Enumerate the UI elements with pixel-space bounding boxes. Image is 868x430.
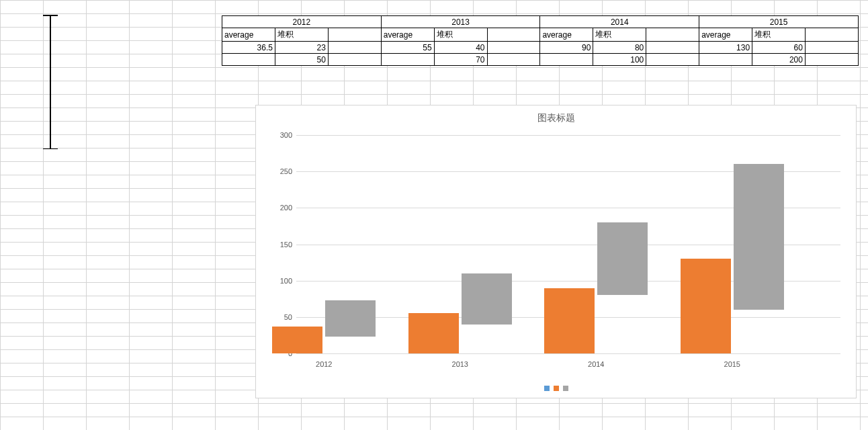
cell-empty[interactable] xyxy=(805,54,858,66)
x-tick-label: 2014 xyxy=(588,360,604,368)
data-table[interactable]: 2012 2013 2014 2015 average 堆积 average 堆… xyxy=(222,15,859,66)
table-row: average 堆积 average 堆积 average 堆积 average… xyxy=(222,28,859,42)
cell-value[interactable]: 70 xyxy=(434,54,487,66)
cell-empty[interactable] xyxy=(646,28,699,42)
year-header[interactable]: 2012 xyxy=(222,16,382,28)
cell-value[interactable]: 60 xyxy=(752,42,806,54)
cell-empty[interactable] xyxy=(540,54,593,66)
cell-empty[interactable] xyxy=(805,28,858,42)
y-tick-label: 200 xyxy=(280,204,292,212)
chart-gridline xyxy=(296,135,840,136)
table-row: 36.5 23 55 40 90 80 130 60 xyxy=(222,42,859,54)
cell-empty[interactable] xyxy=(487,28,540,42)
cell-empty[interactable] xyxy=(487,54,540,66)
y-tick-label: 150 xyxy=(280,241,292,249)
cell-value[interactable]: 36.5 xyxy=(222,42,275,54)
table-row: 50 70 100 200 xyxy=(222,54,859,66)
cell-empty[interactable] xyxy=(222,54,275,66)
chart-legend xyxy=(544,386,568,391)
chart[interactable]: 图表标题 0501001502002503002012201320142015 xyxy=(255,105,857,398)
cell-value[interactable]: 200 xyxy=(752,54,806,66)
table-row: 2012 2013 2014 2015 xyxy=(222,16,859,28)
chart-plot-area: 0501001502002503002012201320142015 xyxy=(296,135,840,353)
bar-stack xyxy=(462,273,512,325)
col-label-average[interactable]: average xyxy=(699,28,752,42)
year-header[interactable]: 2013 xyxy=(381,16,540,28)
cell-value[interactable]: 100 xyxy=(593,54,646,66)
x-tick-label: 2015 xyxy=(724,360,740,368)
year-header[interactable]: 2015 xyxy=(699,16,859,28)
bar-stack xyxy=(597,222,648,295)
y-tick-label: 50 xyxy=(284,313,292,321)
cell-value[interactable]: 50 xyxy=(275,54,328,66)
bar-average xyxy=(544,288,595,354)
cell-empty[interactable] xyxy=(646,42,699,54)
x-tick-label: 2013 xyxy=(452,360,468,368)
col-label-average[interactable]: average xyxy=(381,28,434,42)
cell-value[interactable]: 90 xyxy=(540,42,593,54)
cell-empty[interactable] xyxy=(328,42,381,54)
cell-empty[interactable] xyxy=(328,54,381,66)
col-label-stack[interactable]: 堆积 xyxy=(275,28,328,42)
legend-swatch-gray xyxy=(563,386,568,391)
bar-average xyxy=(408,313,459,353)
col-label-stack[interactable]: 堆积 xyxy=(434,28,487,42)
legend-swatch-blue xyxy=(544,386,550,391)
cell-value[interactable]: 55 xyxy=(381,42,434,54)
cell-empty[interactable] xyxy=(805,42,858,54)
col-label-average[interactable]: average xyxy=(222,28,275,42)
col-label-stack[interactable]: 堆积 xyxy=(752,28,806,42)
y-tick-label: 100 xyxy=(280,277,292,285)
year-header[interactable]: 2014 xyxy=(540,16,699,28)
drawing-i-beam xyxy=(46,15,55,149)
col-label-stack[interactable]: 堆积 xyxy=(593,28,646,42)
bar-average xyxy=(681,259,731,353)
cell-empty[interactable] xyxy=(699,54,752,66)
col-label-average[interactable]: average xyxy=(540,28,593,42)
chart-gridline xyxy=(296,353,840,354)
cell-empty[interactable] xyxy=(328,28,381,42)
legend-swatch-orange xyxy=(554,386,559,391)
bar-stack xyxy=(734,164,784,310)
cell-empty[interactable] xyxy=(646,54,699,66)
bar-stack xyxy=(325,300,376,337)
cell-value[interactable]: 23 xyxy=(275,42,328,54)
cell-empty[interactable] xyxy=(381,54,434,66)
y-tick-label: 300 xyxy=(280,131,292,139)
cell-empty[interactable] xyxy=(487,42,540,54)
cell-value[interactable]: 80 xyxy=(593,42,646,54)
cell-value[interactable]: 130 xyxy=(699,42,752,54)
cell-value[interactable]: 40 xyxy=(434,42,487,54)
y-tick-label: 250 xyxy=(280,167,292,175)
x-tick-label: 2012 xyxy=(316,360,332,368)
chart-title: 图表标题 xyxy=(256,105,856,128)
bar-average xyxy=(272,327,322,353)
